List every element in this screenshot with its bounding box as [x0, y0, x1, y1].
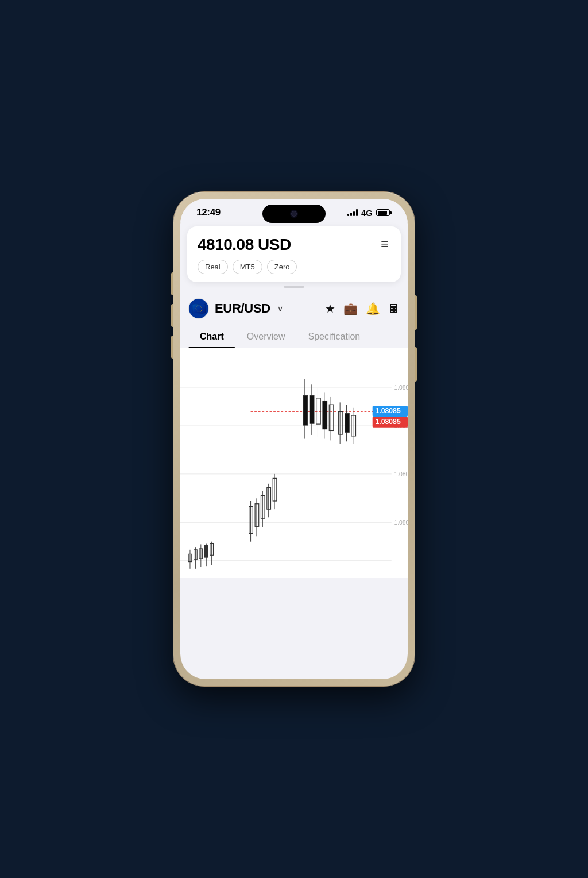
instrument-name: EUR/USD [215, 301, 270, 316]
eu-flag-icon: 🇪🇺 [189, 299, 208, 318]
instrument-left[interactable]: 🇪🇺 EUR/USD ∨ [188, 298, 283, 319]
hamburger-menu-icon[interactable]: ≡ [378, 236, 390, 253]
status-right: 4G [347, 208, 392, 218]
svg-rect-23 [255, 504, 259, 527]
svg-text:1.08085: 1.08085 [375, 418, 400, 426]
tab-chart[interactable]: Chart [188, 326, 235, 348]
tag-mt5[interactable]: MT5 [233, 260, 262, 274]
account-info: 4810.08 USD Real MT5 Zero [198, 236, 297, 274]
chevron-down-icon[interactable]: ∨ [277, 304, 283, 313]
phone-frame: 12:49 4G 4810.0 [173, 192, 415, 686]
bell-icon[interactable]: 🔔 [366, 302, 380, 315]
svg-text:1.08097: 1.08097 [394, 384, 408, 391]
svg-rect-35 [316, 398, 321, 424]
account-balance: 4810.08 USD [198, 236, 297, 254]
svg-text:1.08085: 1.08085 [375, 407, 400, 415]
battery-icon [376, 209, 392, 216]
tag-real[interactable]: Real [198, 260, 228, 274]
svg-rect-41 [338, 411, 343, 434]
instrument-actions: ★ 💼 🔔 🖩 [325, 302, 400, 315]
svg-rect-45 [351, 415, 356, 436]
status-time: 12:49 [196, 207, 220, 218]
star-icon[interactable]: ★ [325, 302, 335, 315]
svg-rect-33 [310, 395, 314, 423]
tab-specification[interactable]: Specification [296, 326, 372, 348]
candlestick-chart: 1.08097 1.08075 1.08053 1.08030 [180, 348, 408, 578]
account-card: 4810.08 USD Real MT5 Zero ≡ [187, 226, 401, 282]
currency-flag: 🇪🇺 [188, 298, 209, 319]
svg-rect-37 [323, 401, 327, 429]
camera-lens [291, 211, 297, 217]
phone-screen: 12:49 4G 4810.0 [180, 199, 408, 679]
svg-rect-43 [345, 413, 350, 432]
instrument-header: 🇪🇺 EUR/USD ∨ ★ 💼 🔔 🖩 [180, 294, 408, 326]
account-tags: Real MT5 Zero [198, 260, 297, 274]
tab-overview[interactable]: Overview [235, 326, 297, 348]
tab-bar: Chart Overview Specification [180, 326, 408, 348]
chart-area: 1.08097 1.08075 1.08053 1.08030 [180, 348, 408, 578]
svg-rect-27 [267, 487, 271, 509]
svg-rect-39 [329, 405, 334, 430]
calculator-icon[interactable]: 🖩 [388, 302, 400, 315]
svg-rect-17 [204, 545, 208, 557]
dynamic-island [262, 205, 326, 223]
svg-text:1.08030: 1.08030 [394, 519, 408, 526]
svg-text:1.08053: 1.08053 [394, 471, 408, 477]
svg-rect-31 [303, 395, 308, 425]
briefcase-icon[interactable]: 💼 [343, 302, 358, 315]
drag-handle [284, 286, 304, 288]
network-label: 4G [361, 208, 373, 218]
signal-icon [347, 209, 358, 216]
tag-zero[interactable]: Zero [267, 260, 297, 274]
chart-container: 1.08097 1.08075 1.08053 1.08030 [180, 348, 408, 578]
